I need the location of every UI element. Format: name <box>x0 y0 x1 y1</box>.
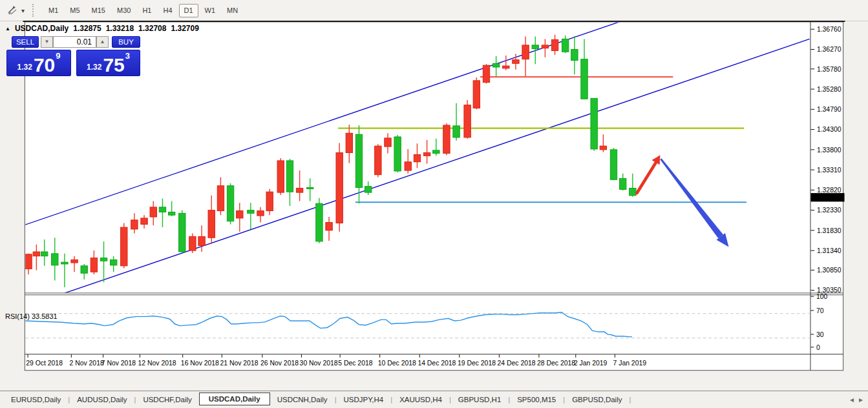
tab-eurusd-daily[interactable]: EURUSD,Daily <box>4 393 68 406</box>
timeframe-h4[interactable]: H4 <box>158 4 177 17</box>
tab-scroll-arrows: ◂ ▸ <box>850 395 863 404</box>
svg-text:5 Dec 2018: 5 Dec 2018 <box>338 360 372 367</box>
tab-xauusd-h4[interactable]: XAUUSD,H4 <box>392 393 449 406</box>
svg-text:2 Nov 2018: 2 Nov 2018 <box>69 360 103 367</box>
svg-text:19 Dec 2018: 19 Dec 2018 <box>458 360 496 367</box>
chart-tabs-bar: EURUSD,Daily | AUDUSD,Daily | USDCHF,Dai… <box>0 391 868 408</box>
svg-text:1.34790: 1.34790 <box>817 106 842 113</box>
svg-text:1.33800: 1.33800 <box>817 147 842 154</box>
tab-audusd-daily[interactable]: AUDUSD,Daily <box>70 393 134 406</box>
volume-input[interactable]: 0.01 <box>53 36 96 48</box>
svg-text:16 Nov 2018: 16 Nov 2018 <box>181 360 219 367</box>
chart-shift-icon[interactable] <box>4 3 21 17</box>
svg-text:1.31340: 1.31340 <box>817 247 842 254</box>
terminal-window: ▾ M1 M5 M15 M30 H1 H4 D1 W1 MN 1.367601.… <box>0 0 868 408</box>
svg-text:26 Nov 2018: 26 Nov 2018 <box>260 360 299 367</box>
svg-text:100: 100 <box>816 293 828 300</box>
volume-increase-button[interactable]: ▲ <box>96 36 109 48</box>
tab-gbpusd-daily[interactable]: GBPUSD,Daily <box>565 393 629 406</box>
svg-text:7 Jan 2019: 7 Jan 2019 <box>613 360 647 367</box>
tab-scroll-left-icon[interactable]: ◂ <box>850 395 854 404</box>
tab-divider: | <box>629 396 631 403</box>
buy-button[interactable]: BUY <box>112 36 140 48</box>
volume-decrease-button[interactable]: ▼ <box>41 36 53 48</box>
ohlc-close: 1.32709 <box>171 24 198 33</box>
svg-text:70: 70 <box>816 307 824 314</box>
timeframe-d1[interactable]: D1 <box>179 4 198 17</box>
spin-up-icon: ▲ <box>100 39 105 45</box>
caret-down-icon[interactable]: ▾ <box>21 7 25 14</box>
tab-usdchf-daily[interactable]: USDCHF,Daily <box>136 393 198 406</box>
svg-text:1.35780: 1.35780 <box>817 66 842 73</box>
chart-header: ▲ USDCAD,Daily 1.32875 1.33218 1.32708 1… <box>5 24 199 33</box>
svg-text:10 Dec 2018: 10 Dec 2018 <box>378 360 416 367</box>
svg-text:1.33310: 1.33310 <box>817 167 842 174</box>
svg-text:14 Dec 2018: 14 Dec 2018 <box>418 360 456 367</box>
ohlc-low: 1.32708 <box>138 24 166 33</box>
timeframe-m1[interactable]: M1 <box>43 4 63 17</box>
tab-sp500-m15[interactable]: SP500,M15 <box>510 393 563 406</box>
svg-text:1.32330: 1.32330 <box>817 207 842 214</box>
svg-text:1.32820: 1.32820 <box>817 187 842 194</box>
timeframe-m5[interactable]: M5 <box>65 4 85 17</box>
svg-text:1.36760: 1.36760 <box>817 26 842 33</box>
timeframe-w1[interactable]: W1 <box>200 4 221 17</box>
buy-price-big: 75 <box>103 57 124 74</box>
tab-gbpusd-h1[interactable]: GBPUSD,H1 <box>451 393 508 406</box>
one-click-trading-panel: SELL ▼ 0.01 ▲ BUY 1.32 70 9 1.32 75 3 <box>6 36 141 76</box>
chart-window-frame <box>25 22 843 371</box>
ohlc-open: 1.32875 <box>73 24 101 33</box>
spin-down-icon: ▼ <box>45 39 50 45</box>
svg-text:1.32709: 1.32709 <box>814 194 838 201</box>
svg-text:29 Oct 2018: 29 Oct 2018 <box>26 360 63 367</box>
svg-text:30: 30 <box>816 331 824 338</box>
svg-text:28 Dec 2018: 28 Dec 2018 <box>537 360 575 367</box>
svg-text:21 Nov 2018: 21 Nov 2018 <box>220 360 258 367</box>
sell-price-big: 70 <box>34 57 55 74</box>
buy-price-pip: 3 <box>125 51 130 61</box>
tab-usdcnh-daily[interactable]: USDCNH,Daily <box>270 393 335 406</box>
buy-price-box[interactable]: 1.32 75 3 <box>76 50 140 76</box>
svg-text:1.35280: 1.35280 <box>817 86 842 93</box>
chart-symbol-label: USDCAD,Daily <box>15 24 69 33</box>
svg-text:30 Nov 2018: 30 Nov 2018 <box>300 360 338 367</box>
buy-price-prefix: 1.32 <box>87 63 101 72</box>
timeframe-m30[interactable]: M30 <box>112 4 136 17</box>
tab-usdjpy-h4[interactable]: USDJPY,H4 <box>336 393 390 406</box>
sell-price-prefix: 1.32 <box>17 63 32 72</box>
svg-text:1.31830: 1.31830 <box>817 227 842 234</box>
svg-text:1.36270: 1.36270 <box>817 46 842 53</box>
svg-text:0: 0 <box>816 344 820 351</box>
sell-price-box[interactable]: 1.32 70 9 <box>6 50 71 76</box>
svg-text:2 Jan 2019: 2 Jan 2019 <box>574 360 608 367</box>
svg-text:12 Nov 2018: 12 Nov 2018 <box>138 360 176 367</box>
rsi-indicator-label: RSI(14) 33.5831 <box>5 312 58 320</box>
ohlc-high: 1.33218 <box>106 24 134 33</box>
tab-usdcad-daily[interactable]: USDCAD,Daily <box>199 393 270 405</box>
timeframes-toolbar: ▾ M1 M5 M15 M30 H1 H4 D1 W1 MN <box>0 0 868 21</box>
sell-button[interactable]: SELL <box>12 36 39 48</box>
svg-text:24 Dec 2018: 24 Dec 2018 <box>498 360 536 367</box>
timeframe-h1[interactable]: H1 <box>137 4 156 17</box>
collapse-chart-icon[interactable]: ▲ <box>5 26 10 32</box>
svg-text:1.34300: 1.34300 <box>817 126 842 133</box>
toolbar-grip[interactable] <box>32 4 36 17</box>
svg-text:7 Nov 2018: 7 Nov 2018 <box>101 360 136 367</box>
timeframe-mn[interactable]: MN <box>222 4 243 17</box>
current-price-tag: 1.32709 <box>810 193 844 201</box>
tab-scroll-right-icon[interactable]: ▸ <box>859 395 863 404</box>
sell-price-pip: 9 <box>56 51 60 61</box>
timeframe-m15[interactable]: M15 <box>87 4 111 17</box>
svg-text:1.30850: 1.30850 <box>817 267 842 274</box>
